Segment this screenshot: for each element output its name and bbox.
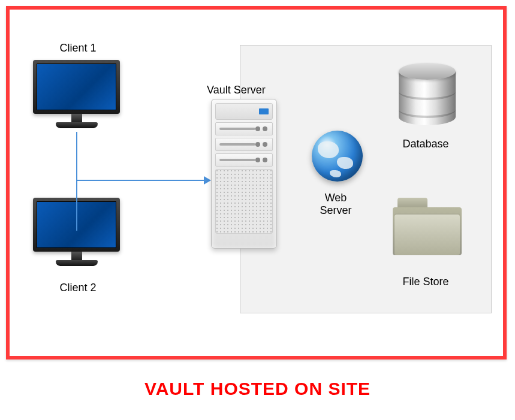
connector-line [76,132,77,231]
database-label: Database [390,138,462,150]
vault-server-label: Vault Server [207,84,291,96]
web-server-label: Web Server [306,192,366,217]
file-store-label: File Store [390,276,462,288]
globe-icon [312,131,363,182]
connector-line [76,180,205,181]
server-tower-icon [211,99,277,249]
monitor-icon [33,60,120,132]
arrow-icon [204,176,211,185]
client2-label: Client 2 [45,282,111,294]
folder-icon [393,198,462,255]
diagram-caption: VAULT HOSTED ON SITE [0,379,515,399]
client1-label: Client 1 [45,42,111,55]
database-icon [399,63,456,129]
